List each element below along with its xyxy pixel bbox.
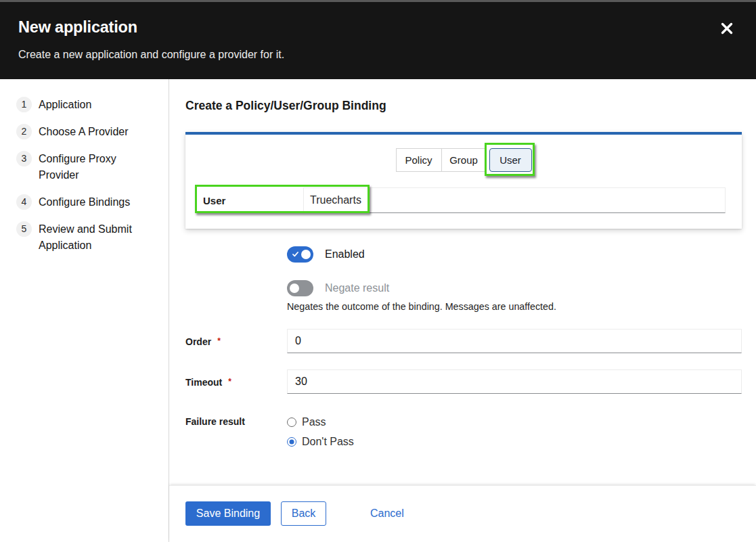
radio-dont-pass[interactable]: [287, 437, 296, 447]
tab-group[interactable]: Group: [441, 148, 487, 172]
wizard-step-review-submit[interactable]: 5 Review and Submit Application: [16, 221, 160, 254]
negate-switch[interactable]: [287, 280, 313, 296]
binding-type-toggle-group: Policy Group User: [185, 148, 742, 172]
step-label: Review and Submit Application: [39, 221, 147, 254]
order-label: Order*: [185, 336, 221, 347]
modal-description: Create a new application and configure a…: [18, 48, 756, 61]
close-button[interactable]: [718, 20, 736, 37]
wizard-step-configure-bindings[interactable]: 4 Configure Bindings: [16, 194, 160, 210]
radio-dont-pass-label: Don't Pass: [302, 436, 354, 448]
switch-knob: [290, 284, 299, 293]
step-number-badge: 2: [16, 124, 32, 139]
timeout-label: Timeout*: [185, 377, 231, 388]
negate-helper-text: Negates the outcome of the binding. Mess…: [287, 301, 742, 312]
user-select[interactable]: Truecharts: [303, 187, 726, 213]
timeout-input[interactable]: [287, 369, 742, 394]
back-button[interactable]: Back: [281, 501, 326, 526]
cancel-button[interactable]: Cancel: [370, 501, 404, 526]
step-number-badge: 5: [16, 221, 32, 237]
failure-result-form-group: Failure result Pass Don't Pass: [185, 412, 742, 451]
radio-option-dont-pass: Don't Pass: [287, 432, 742, 451]
step-number-badge: 1: [16, 97, 32, 112]
order-form-group: Order*: [185, 329, 742, 354]
wizard-content: Create a Policy/User/Group Binding Polic…: [169, 79, 756, 485]
step-number-badge: 3: [16, 151, 32, 166]
wizard-footer: Save Binding Back Cancel: [169, 485, 756, 542]
radio-pass-label: Pass: [302, 416, 326, 428]
negate-switch-label: Negate result: [325, 282, 389, 294]
switch-knob: [301, 250, 311, 259]
required-asterisk: *: [228, 377, 231, 386]
form-title: Create a Policy/User/Group Binding: [185, 99, 742, 113]
order-input[interactable]: [287, 329, 742, 353]
step-label: Choose A Provider: [39, 124, 129, 140]
timeout-form-group: Timeout*: [185, 369, 742, 394]
wizard-step-configure-proxy-provider[interactable]: 3 Configure Proxy Provider: [16, 151, 160, 183]
wizard-step-choose-provider[interactable]: 2 Choose A Provider: [16, 124, 160, 140]
step-label: Application: [39, 97, 91, 113]
close-icon: [721, 22, 733, 35]
modal-header: New application Create a new application…: [0, 2, 756, 79]
required-asterisk: *: [217, 336, 221, 346]
enabled-switch-label: Enabled: [325, 248, 365, 261]
radio-pass[interactable]: [287, 417, 296, 427]
tab-policy[interactable]: Policy: [396, 148, 441, 172]
step-label: Configure Proxy Provider: [39, 151, 147, 183]
wizard-step-application[interactable]: 1 Application: [16, 97, 160, 113]
binding-type-card: Policy Group User User Truecharts: [185, 132, 742, 229]
step-number-badge: 4: [16, 194, 32, 210]
check-icon: [292, 252, 298, 257]
tab-user[interactable]: User: [489, 148, 532, 172]
negate-form-group: Negate result Negates the outcome of the…: [185, 280, 742, 312]
modal-title: New application: [18, 17, 756, 38]
step-label: Configure Bindings: [39, 194, 130, 210]
enabled-form-group: Enabled: [185, 246, 742, 263]
failure-result-label: Failure result: [185, 416, 245, 427]
radio-option-pass: Pass: [287, 412, 742, 432]
save-binding-button[interactable]: Save Binding: [185, 501, 271, 526]
wizard-steps-nav: 1 Application 2 Choose A Provider 3 Conf…: [0, 79, 169, 542]
user-field-label: User: [196, 195, 303, 206]
user-select-row: User Truecharts: [196, 187, 726, 213]
enabled-switch[interactable]: [287, 246, 313, 263]
